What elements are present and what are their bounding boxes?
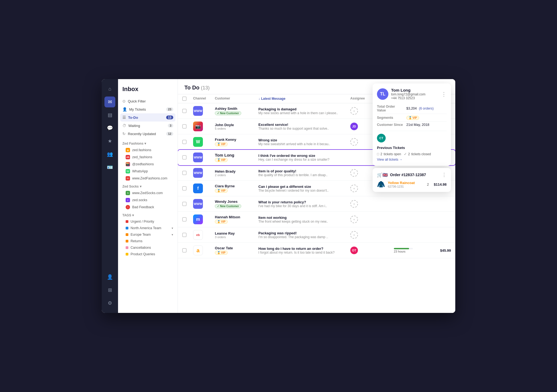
row-customer: Tom Long 🏅 VIP (215, 153, 258, 162)
grid-nav-icon[interactable]: ⊞ (104, 285, 115, 295)
row-checkbox[interactable] (182, 202, 193, 206)
customer-name: Ciara Byrne (215, 184, 258, 188)
instagram-icon: 📸 (126, 162, 130, 166)
unassigned-icon: + (350, 138, 358, 146)
app-screen: ⌂ ✉ ▤ 💬 ★ 👥 🪪 👤 ⊞ ⚙ Inbox ⊙ Quick Filter… (102, 79, 455, 313)
sidebar-tag-northamerica[interactable]: North America Team ▾ (118, 225, 178, 231)
sidebar-sub-instagram[interactable]: 📸 @zedfashions (118, 161, 178, 168)
sidebar-sub-zedfashionsweb[interactable]: m www.ZedFashions.com (118, 175, 178, 182)
my-tickets-badge: 23 (166, 107, 173, 111)
sidebar-item-mytickets[interactable]: 👤 My Tickets 23 (118, 105, 178, 113)
settings-nav-icon[interactable]: ⚙ (104, 298, 115, 309)
sidebar-sub-badfeedback[interactable]: ! Bad Feedback (118, 204, 178, 211)
row-checkbox[interactable] (182, 140, 193, 144)
sidebar-sub-ebay[interactable]: eb zed_fashions (118, 154, 178, 161)
group-zedfashions[interactable]: Zed Fashions ▾ (118, 139, 178, 147)
sidebar-item-quickfilter[interactable]: ⊙ Quick Filter (118, 97, 178, 105)
chat-nav-icon[interactable]: 💬 (104, 123, 115, 133)
row-checkbox[interactable] (182, 155, 193, 160)
customer-badge: ✓ New Customer (215, 111, 241, 115)
popup-customer-phone: +44 7513 32523 (391, 96, 425, 100)
row-checkbox[interactable] (182, 124, 193, 129)
sidebar-tag-urgentpriority[interactable]: Urgent / Priority (118, 218, 178, 225)
customer-name: Leanne Ray (215, 231, 258, 235)
row-checkbox[interactable] (182, 109, 193, 113)
sidebar-item-waiting[interactable]: ⏱ Waiting 3 (118, 122, 178, 130)
row-checkbox[interactable] (182, 186, 193, 191)
star-nav-icon[interactable]: ★ (104, 136, 115, 147)
message-body: Hey, can I exchange my dress for a size … (258, 158, 350, 161)
home-nav-icon[interactable]: ⌂ (104, 83, 115, 94)
tag-europeteam-dot (126, 233, 128, 236)
person-icon: 👤 (122, 107, 127, 111)
team-nav-icon[interactable]: 👤 (104, 272, 115, 282)
tags-label: TAGS (122, 213, 131, 217)
sidebar-tag-cancellations[interactable]: Cancellations (118, 244, 178, 251)
row-customer: John Doyle 5 orders (215, 123, 258, 130)
table-row[interactable]: a Oscar Tate 🏅 VIP How long do i have to… (178, 243, 455, 258)
row-message: Packaging is damaged My new socks arrive… (258, 107, 350, 115)
customer-badge: 🏅 VIP (215, 189, 228, 193)
sidebar-item-todo[interactable]: ☰ To-Do 13 (120, 113, 175, 122)
col-checkbox[interactable] (182, 97, 193, 101)
sidebar-item-recentlyupdated[interactable]: ↻ Recently Updated 12 (118, 130, 178, 138)
popup-since-value: 21st May, 2018 (406, 123, 429, 127)
contacts-nav-icon[interactable]: 👥 (104, 149, 115, 160)
channel-www-icon: WWW (193, 168, 203, 178)
row-channel: 📷 (193, 122, 215, 131)
sidebar-tag-europeteam[interactable]: Europe Team ▾ (118, 231, 178, 238)
sidebar-item-todo-label: To-Do (128, 116, 138, 120)
customer-popup-card[interactable]: TL Tom Long tom.long72@gmail.com +44 751… (373, 83, 451, 166)
inbox-nav-icon[interactable]: ✉ (104, 97, 115, 107)
row-checkbox[interactable] (182, 233, 193, 237)
sidebar-tag-northamerica-label: North America Team (131, 226, 161, 230)
row-checkbox[interactable] (182, 248, 193, 253)
row-checkbox[interactable] (182, 171, 193, 175)
customer-badge: 🏅 VIP (215, 158, 228, 162)
sidebar-sub-whatsapp[interactable]: W WhatsApp (118, 168, 178, 175)
row-message: Can i please get a different size The bi… (258, 185, 350, 192)
table-row[interactable]: m Hannah Mitson 🏅 VIP Item not working T… (178, 212, 455, 227)
row-checkbox[interactable] (182, 217, 193, 222)
select-all-checkbox[interactable] (182, 97, 187, 101)
order-more-icon[interactable]: ⋮ (442, 172, 447, 178)
tags-group[interactable]: TAGS ▾ (118, 211, 178, 218)
message-subject: Can i please get a different size (258, 185, 350, 189)
popup-customer-email: tom.long72@gmail.com (391, 92, 425, 96)
sidebar-tag-returns[interactable]: Returns (118, 238, 178, 244)
sidebar-tag-productqueries[interactable]: Product Queries (118, 251, 178, 257)
group-zedfashions-chevron: ▾ (144, 142, 146, 145)
group-zedsocks[interactable]: Zed Socks ▾ (118, 182, 178, 189)
chart-nav-icon[interactable]: ▤ (104, 110, 115, 120)
sidebar-nav-section: ⊙ Quick Filter 👤 My Tickets 23 ☰ To-Do 1… (118, 96, 178, 139)
table-row[interactable]: eb Leanne Ray 3 orders Packaging was rip… (178, 227, 455, 243)
sidebar-item-mytickets-label: My Tickets (129, 107, 146, 111)
ebay-icon: eb (126, 155, 130, 159)
message-subject: Item not working (258, 216, 350, 220)
popup-customer-name: Tom Long (391, 88, 425, 92)
col-latest-message[interactable]: ↓ Latest Message (258, 97, 350, 101)
order-popup-card[interactable]: 🛒🇬🇧 Order #12837-12387 ⋮ 🧥 Yellow Rainco… (373, 168, 451, 192)
unassigned-icon: + (350, 231, 358, 239)
popup-view-all-tickets[interactable]: View all tickets → (377, 158, 447, 161)
popup-more-icon[interactable]: ⋮ (441, 91, 447, 97)
table-row[interactable]: WWW Wendy Jones ✓ New Customer What is y… (178, 196, 455, 212)
sidebar-sub-zedsocksweb[interactable]: S www.ZedSocks.com (118, 189, 178, 197)
tag-urgentpriority-dot (126, 220, 128, 223)
unassigned-icon: + (350, 169, 358, 177)
sidebar-sub-zedfashionsweb-label: www.ZedFashions.com (132, 176, 167, 180)
row-customer: Wendy Jones ✓ New Customer (215, 200, 258, 208)
assignee-avatar: JD (350, 123, 358, 130)
sidebar-sub-amazon[interactable]: a zed.fashions (118, 147, 178, 154)
sidebar-sub-zedsocks[interactable]: z zed.socks (118, 197, 178, 204)
row-channel: WWW (193, 106, 215, 116)
popup-total-order-link[interactable]: (6 orders) (419, 107, 434, 110)
id-nav-icon[interactable]: 🪪 (104, 162, 115, 173)
channel-whatsapp-icon: W (193, 137, 203, 147)
row-customer: Oscar Tate 🏅 VIP (215, 246, 258, 255)
channel-www-icon: WWW (193, 153, 203, 162)
group-zedfashions-label: Zed Fashions (122, 142, 143, 145)
message-subject: How long do i have to return an order? (258, 247, 350, 251)
sidebar-item-waiting-label: Waiting (128, 124, 140, 128)
row-message: Packaging was ripped! I'm so disappointe… (258, 231, 350, 239)
